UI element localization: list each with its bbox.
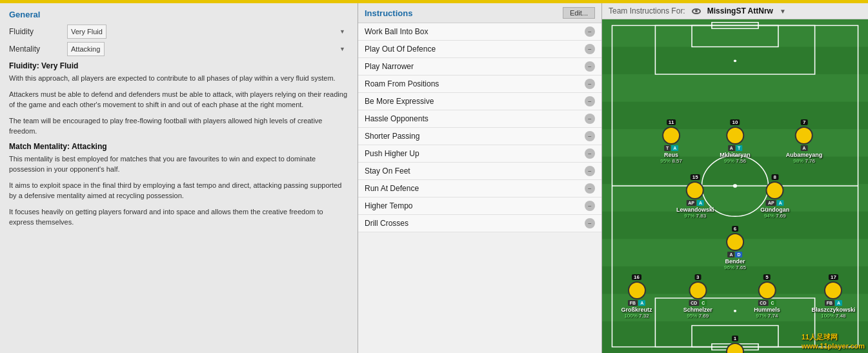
role-badge: A	[697, 200, 704, 206]
player-number: 6	[732, 226, 738, 232]
team-instructions-label: Team Instructions For:	[609, 6, 685, 15]
player-badge	[689, 281, 707, 299]
instruction-remove-button[interactable]: −	[585, 218, 595, 228]
player-card-hummels[interactable]: 5CDCHummels97% 7.74	[754, 274, 780, 319]
team-name: MissingST AttNrw	[707, 6, 773, 15]
instruction-item[interactable]: Shorter Passing−	[358, 128, 601, 145]
instruction-item-text: Play Narrower	[365, 62, 414, 71]
attackers-description: Attackers must be able to defend and def…	[9, 89, 348, 110]
player-card-gundogan[interactable]: 8APAGündogan94% 7.69	[760, 174, 789, 219]
player-badge	[628, 281, 646, 299]
player-badge	[726, 126, 744, 145]
instruction-item[interactable]: Push Higher Up−	[358, 145, 601, 163]
player-card-schmelzer[interactable]: 3CDCSchmelzer95% 7.69	[683, 274, 712, 319]
instruction-item-text: Push Higher Up	[365, 149, 419, 158]
mentality-row: Mentality Attacking	[9, 42, 348, 56]
role-badge: AP	[686, 200, 696, 206]
mentality-select-wrapper[interactable]: Attacking	[67, 42, 348, 56]
instruction-item-text: Drill Crosses	[365, 219, 409, 228]
instruction-item[interactable]: Be More Expressive−	[358, 93, 601, 110]
instruction-remove-button[interactable]: −	[585, 201, 595, 211]
instruction-item[interactable]: Work Ball Into Box−	[358, 23, 601, 41]
player-card-mkhitaryan[interactable]: 10ATMkhitaryan99% 7.56	[720, 119, 751, 164]
instruction-item-text: Shorter Passing	[365, 132, 419, 141]
right-panel: Team Instructions For: MissingST AttNrw …	[602, 3, 868, 353]
main-content: General Fluidity Very Fluid Mentality At…	[0, 3, 868, 353]
instruction-remove-button[interactable]: −	[585, 148, 595, 159]
instruction-remove-button[interactable]: −	[585, 61, 595, 72]
player-role-badges: FBA	[628, 300, 645, 306]
mentality-label: Mentality	[9, 45, 67, 54]
instruction-remove-button[interactable]: −	[585, 114, 595, 124]
fluidity-description: With this approach, all players are expe…	[9, 73, 348, 84]
player-number: 7	[801, 119, 807, 125]
instruction-item-text: Stay On Feet	[365, 166, 410, 176]
player-number: 15	[691, 174, 700, 180]
instruction-item[interactable]: Hassle Opponents−	[358, 110, 601, 128]
fluidity-heading: Fluidity: Very Fluid	[9, 61, 348, 70]
player-badge	[662, 126, 680, 145]
edit-button[interactable]: Edit...	[563, 7, 595, 19]
player-card-blaszczykowski[interactable]: 17FBABłaszczykowski100% 7.48	[811, 274, 855, 319]
player-badge	[795, 126, 813, 145]
player-card-bender[interactable]: 6ADBender96% 7.65	[724, 226, 746, 270]
mentality-select[interactable]: Attacking	[67, 42, 105, 56]
player-number: 16	[632, 274, 641, 280]
instruction-item[interactable]: Higher Tempo−	[358, 197, 601, 215]
fluidity-select[interactable]: Very Fluid	[67, 25, 106, 39]
role-badge: FB	[825, 300, 834, 306]
left-panel: General Fluidity Very Fluid Mentality At…	[0, 3, 358, 353]
middle-panel: Instructions Edit... Work Ball Into Box−…	[358, 3, 602, 353]
player-card-grosskreutz[interactable]: 16FBAGroßkreutz100% 7.32	[621, 274, 652, 319]
instruction-item[interactable]: Roam From Positions−	[358, 76, 601, 93]
player-card-goalkeeper[interactable]: 1SKA	[726, 336, 744, 353]
player-number: 11	[667, 119, 676, 125]
player-badge	[824, 281, 842, 299]
role-badge: CD	[758, 300, 768, 306]
player-number: 1	[732, 336, 738, 341]
instruction-remove-button[interactable]: −	[585, 183, 595, 194]
role-badge: A	[728, 145, 735, 151]
watermark: 11人足球网www.11player.com	[802, 332, 865, 350]
pitch-header: Team Instructions For: MissingST AttNrw …	[602, 3, 868, 19]
instruction-remove-button[interactable]: −	[585, 166, 595, 176]
team-description: The team will be encouraged to play free…	[9, 116, 348, 137]
player-stats: 95% 8.57	[660, 158, 682, 164]
player-role-badges: CDC	[689, 300, 707, 306]
instruction-remove-button[interactable]: −	[585, 131, 595, 141]
player-stats: 97% 7.83	[684, 213, 706, 219]
player-card-reus[interactable]: 11TAReus95% 8.57	[660, 119, 682, 164]
fluidity-select-wrapper[interactable]: Very Fluid	[67, 25, 348, 39]
role-badge: AP	[766, 200, 776, 206]
player-badge	[758, 281, 776, 299]
instruction-item[interactable]: Play Narrower−	[358, 58, 601, 76]
player-number: 3	[694, 274, 701, 280]
fluidity-row: Fluidity Very Fluid	[9, 25, 348, 39]
instruction-item[interactable]: Stay On Feet−	[358, 163, 601, 180]
svg-point-18	[734, 310, 736, 312]
instruction-item[interactable]: Run At Defence−	[358, 180, 601, 197]
player-name: Großkreutz	[621, 307, 652, 313]
player-role-badges: APA	[766, 200, 784, 206]
player-stats: 97% 7.74	[756, 313, 778, 319]
player-card-aubameyang[interactable]: 7AAubameyang98% 7.76	[786, 119, 823, 164]
player-name: Gündogan	[760, 207, 789, 213]
player-number: 5	[763, 274, 770, 280]
team-dropdown-arrow[interactable]: ▼	[780, 8, 786, 15]
general-section-title: General	[9, 10, 348, 19]
instruction-item[interactable]: Drill Crosses−	[358, 215, 601, 232]
player-name: Aubameyang	[786, 152, 823, 158]
mentality-description-3: It focuses heavily on getting players fo…	[9, 207, 348, 228]
player-name: Schmelzer	[683, 307, 712, 313]
instruction-remove-button[interactable]: −	[585, 96, 595, 106]
instruction-item[interactable]: Play Out Of Defence−	[358, 41, 601, 58]
instruction-remove-button[interactable]: −	[585, 79, 595, 89]
instruction-remove-button[interactable]: −	[585, 44, 595, 54]
pitch-area: 11TAReus95% 8.5710ATMkhitaryan99% 7.567A…	[602, 19, 868, 353]
instruction-item-text: Higher Tempo	[365, 201, 412, 210]
player-card-lewandowski[interactable]: 15APALewandowski97% 7.83	[676, 174, 714, 219]
player-role-badges: APA	[686, 200, 704, 206]
player-badge	[726, 233, 744, 251]
player-badge	[726, 343, 744, 353]
instruction-remove-button[interactable]: −	[585, 26, 595, 37]
